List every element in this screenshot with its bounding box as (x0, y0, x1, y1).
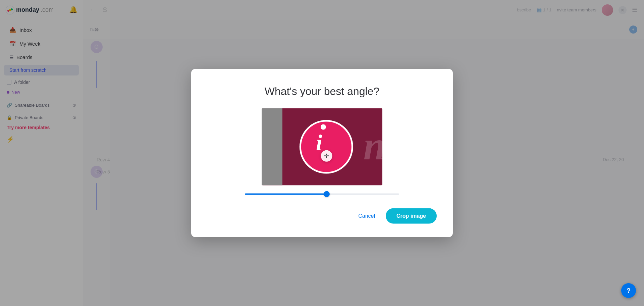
image-zoom-slider-container (245, 194, 399, 195)
modal-title: What's your best angle? (207, 85, 437, 98)
slider-fill (245, 194, 327, 195)
modal-footer: Cancel Crop image (207, 208, 437, 224)
letter-i: i (316, 131, 322, 154)
help-button[interactable]: ? (621, 283, 636, 298)
in-logo-circle: i (300, 120, 353, 174)
slider-thumb[interactable] (324, 191, 330, 197)
letter-n-bg: n (363, 123, 382, 169)
slider-track (245, 194, 399, 195)
image-preview[interactable]: i n ✛ (262, 108, 382, 186)
move-cursor-icon[interactable]: ✛ (321, 150, 332, 162)
crop-image-modal: What's your best angle? i n ✛ Cancel Cro… (191, 69, 453, 237)
crop-image-button[interactable]: Crop image (386, 208, 437, 224)
cancel-button[interactable]: Cancel (353, 210, 380, 222)
help-icon: ? (627, 287, 631, 295)
image-gray-strip (262, 108, 282, 186)
letter-i-dot (321, 124, 326, 130)
